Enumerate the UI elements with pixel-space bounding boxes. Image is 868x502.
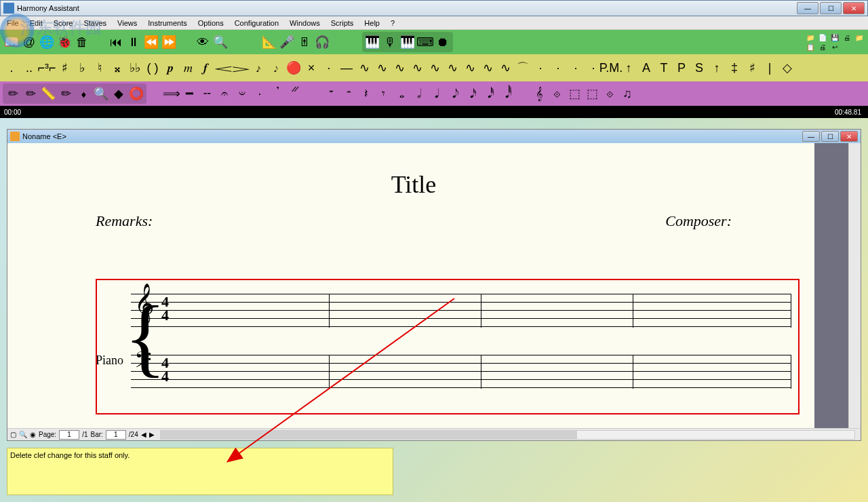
ty-row1-btn-24[interactable]: ∿ xyxy=(426,59,443,77)
page-input[interactable] xyxy=(59,430,79,440)
tp-mid-btn-0[interactable]: ⟹ xyxy=(163,85,180,102)
minimize-button[interactable]: — xyxy=(797,2,818,14)
ty-row1-btn-44[interactable]: ◇ xyxy=(778,59,796,77)
tg-play-btn-1[interactable]: ⏸ xyxy=(125,33,142,51)
tp-notes-btn-9[interactable]: 𝅘𝅥𝅰 xyxy=(479,85,496,102)
tp-mid-btn-7[interactable]: 𝄓 xyxy=(286,85,304,102)
tp-left-btn-7[interactable]: ⭕ xyxy=(127,85,145,102)
nav-next-icon[interactable]: ▶ xyxy=(149,431,155,438)
treble-staff[interactable]: 𝄞 4 4 xyxy=(131,294,791,328)
score-title[interactable]: Title xyxy=(14,170,813,199)
bass-staff[interactable]: 𝄢 4 4 xyxy=(131,355,791,389)
ty-row1-btn-18[interactable]: · xyxy=(320,59,338,77)
ty-row1-btn-28[interactable]: ∿ xyxy=(496,59,514,77)
tg-corner-btn-2[interactable]: 💾 xyxy=(829,33,841,42)
ty-row1-btn-4[interactable]: ♭ xyxy=(73,59,91,77)
menu-score[interactable]: Score xyxy=(48,18,79,28)
ty-row1-btn-20[interactable]: ∿ xyxy=(355,59,373,77)
ty-row1-btn-23[interactable]: ∿ xyxy=(408,59,426,77)
tg-left-btn-1[interactable]: @ xyxy=(20,33,38,51)
menu-question[interactable]: ? xyxy=(385,18,400,28)
tg-corner-btn-1[interactable]: 📄 xyxy=(816,33,829,42)
tp-notes-btn-1[interactable]: 𝄼 xyxy=(338,85,355,102)
tp-right-btn-4[interactable]: ⟐ xyxy=(601,85,618,102)
doc-minimize-button[interactable]: — xyxy=(802,131,820,142)
ty-row1-btn-5[interactable]: ♮ xyxy=(91,59,108,77)
tp-notes-btn-2[interactable]: 𝄽 xyxy=(355,85,373,102)
tg-corner-btn-3[interactable]: 🖨 xyxy=(841,33,853,42)
close-button[interactable]: ✕ xyxy=(843,2,865,14)
tp-left-btn-6[interactable]: ◆ xyxy=(110,85,127,102)
tg-left-btn-3[interactable]: 🐞 xyxy=(56,33,73,51)
tp-right-btn-3[interactable]: ⬚ xyxy=(583,85,601,102)
tp-right-btn-0[interactable]: 𝄞 xyxy=(530,85,548,102)
ty-row1-btn-9[interactable]: 𝆏 xyxy=(161,59,179,77)
menu-file[interactable]: File xyxy=(1,18,24,28)
tp-notes-btn-10[interactable]: 𝅘𝅥𝅱 xyxy=(496,85,514,102)
instrument-label[interactable]: Piano xyxy=(96,353,123,368)
tg-corner-btn-5[interactable]: 📋 xyxy=(804,42,816,52)
tg-mid-btn-0[interactable]: 👁 xyxy=(194,33,212,51)
ty-row1-btn-35[interactable]: ↑ xyxy=(620,59,637,77)
tp-left-btn-2[interactable]: 📏 xyxy=(39,85,57,102)
tg-right-btn-0[interactable]: 📐 xyxy=(260,33,278,51)
ty-row1-btn-1[interactable]: .. xyxy=(20,59,38,77)
tp-mid-btn-5[interactable]: · xyxy=(251,85,269,102)
tg-play-btn-2[interactable]: ⏪ xyxy=(142,33,160,51)
ty-row1-btn-40[interactable]: ↑ xyxy=(708,59,726,77)
tp-left-btn-1[interactable]: ✏ xyxy=(22,85,39,102)
ty-row1-btn-17[interactable]: × xyxy=(302,59,320,77)
ty-row1-btn-19[interactable]: — xyxy=(338,59,355,77)
tp-mid-btn-4[interactable]: 𝄑 xyxy=(233,85,251,102)
tp-mid-btn-2[interactable]: ╌ xyxy=(198,85,216,102)
ty-row1-btn-41[interactable]: ‡ xyxy=(726,59,743,77)
page-preview[interactable] xyxy=(814,143,848,428)
ty-row1-btn-3[interactable]: ♯ xyxy=(56,59,73,77)
target-icon[interactable]: ◉ xyxy=(30,431,36,438)
ty-row1-btn-27[interactable]: ∿ xyxy=(479,59,496,77)
staff-selection[interactable]: { 𝄞 4 4 xyxy=(96,279,800,414)
tp-left-btn-4[interactable]: ⬧ xyxy=(75,85,92,102)
vertical-scrollbar[interactable] xyxy=(848,143,861,428)
tg-left-btn-2[interactable]: 🌐 xyxy=(38,33,56,51)
menu-scripts[interactable]: Scripts xyxy=(326,18,359,28)
treble-clef-icon[interactable]: 𝄞 xyxy=(134,286,155,320)
tg-corner-btn-4[interactable]: 📁 xyxy=(853,33,865,42)
ty-row1-btn-31[interactable]: · xyxy=(549,59,567,77)
time-sig-bot-2[interactable]: 4 xyxy=(161,370,169,383)
bar-input[interactable] xyxy=(106,430,126,440)
tp-notes-btn-0[interactable]: 𝄻 xyxy=(320,85,338,102)
remarks-label[interactable]: Remarks: xyxy=(96,212,153,230)
tp-left-btn-0[interactable]: ✏ xyxy=(4,85,22,102)
ty-row1-btn-32[interactable]: · xyxy=(567,59,585,77)
tg-far-btn-1[interactable]: 🎙 xyxy=(381,33,399,51)
tg-far-btn-3[interactable]: ⌨ xyxy=(416,33,434,51)
tp-notes-btn-4[interactable]: 𝅝 xyxy=(391,85,408,102)
tg-far-btn-2[interactable]: 🎹 xyxy=(399,33,416,51)
ty-row1-btn-37[interactable]: T xyxy=(655,59,673,77)
tg-play-btn-3[interactable]: ⏩ xyxy=(160,33,178,51)
tg-corner-btn-0[interactable]: 📁 xyxy=(804,33,816,42)
tp-right-btn-1[interactable]: ⟐ xyxy=(548,85,566,102)
tp-notes-btn-8[interactable]: 𝅘𝅥𝅯 xyxy=(461,85,479,102)
ty-row1-btn-38[interactable]: P xyxy=(673,59,690,77)
tp-left-btn-3[interactable]: ✏ xyxy=(57,85,75,102)
tp-notes-btn-7[interactable]: 𝅘𝅥𝅮 xyxy=(443,85,461,102)
ty-row1-btn-42[interactable]: ♯ xyxy=(743,59,761,77)
doc-maximize-button[interactable]: ☐ xyxy=(821,131,839,142)
menu-options[interactable]: Options xyxy=(193,18,229,28)
ty-row1-btn-34[interactable]: P.M. xyxy=(602,59,620,77)
doc-close-button[interactable]: ✕ xyxy=(840,131,858,142)
tg-far-btn-4[interactable]: ⏺ xyxy=(434,33,452,51)
tg-left-btn-4[interactable]: 🗑 xyxy=(73,33,91,51)
maximize-button[interactable]: ☐ xyxy=(820,2,842,14)
time-sig-bot[interactable]: 4 xyxy=(161,309,169,322)
ty-row1-btn-22[interactable]: ∿ xyxy=(391,59,408,77)
tp-notes-btn-3[interactable]: 𝄾 xyxy=(373,85,391,102)
ty-row1-btn-0[interactable]: . xyxy=(3,59,20,77)
tg-mid-btn-1[interactable]: 🔍 xyxy=(212,33,229,51)
menu-windows[interactable]: Windows xyxy=(284,18,326,28)
tg-play-btn-0[interactable]: ⏮ xyxy=(107,33,125,51)
tg-corner-btn-6[interactable]: 🖨 xyxy=(816,42,829,52)
tg-far-btn-0[interactable]: 🎹 xyxy=(363,33,381,51)
